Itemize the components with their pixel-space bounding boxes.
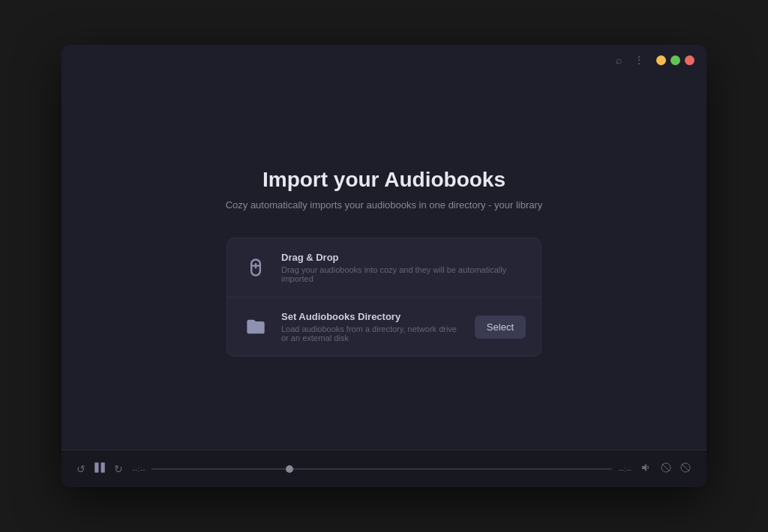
rewind-icon[interactable]: ↺: [76, 463, 86, 475]
set-directory-text: Set Audiobooks Directory Load audiobooks…: [281, 311, 463, 342]
svg-line-3: [662, 464, 670, 471]
set-directory-title: Set Audiobooks Directory: [281, 311, 463, 322]
drag-drop-option[interactable]: Drag & Drop Drag your audiobooks into co…: [227, 238, 541, 297]
play-icon[interactable]: [93, 461, 106, 477]
drag-drop-title: Drag & Drop: [281, 252, 526, 263]
app-window: ⌕ ⋮ Import your Audiobooks Cozy automati…: [62, 45, 706, 487]
volume-icon[interactable]: [640, 462, 652, 476]
svg-rect-1: [101, 462, 105, 473]
import-card: Drag & Drop Drag your audiobooks into co…: [226, 238, 542, 357]
player-time-left: --:--: [132, 465, 146, 474]
player-scrubber[interactable]: [152, 468, 613, 470]
player-right-controls: [640, 462, 692, 476]
close-button[interactable]: [685, 55, 694, 65]
player-time-right: --:--: [618, 465, 632, 474]
page-subtitle: Cozy automatically imports your audioboo…: [226, 199, 543, 211]
drag-drop-text: Drag & Drop Drag your audiobooks into co…: [281, 252, 526, 283]
window-controls: [656, 55, 694, 65]
content-area: Import your Audiobooks Cozy automaticall…: [62, 75, 706, 450]
set-directory-desc: Load audiobooks from a directory, networ…: [281, 324, 463, 342]
select-button[interactable]: Select: [475, 315, 526, 339]
no-sleep-icon[interactable]: [660, 462, 672, 476]
mouse-icon: [242, 254, 269, 281]
maximize-button[interactable]: [670, 55, 680, 65]
scrubber-thumb: [286, 465, 293, 473]
page-title: Import your Audiobooks: [262, 168, 506, 192]
player-left-controls: ↺ ↻: [76, 461, 123, 477]
titlebar: ⌕ ⋮: [62, 45, 706, 75]
search-icon[interactable]: ⌕: [613, 52, 625, 67]
player-bar: ↺ ↻ --:-- --:--: [62, 450, 706, 487]
svg-rect-0: [94, 462, 98, 473]
drag-drop-desc: Drag your audiobooks into cozy and they …: [281, 265, 526, 283]
forward-icon[interactable]: ↻: [114, 463, 123, 475]
minimize-button[interactable]: [656, 55, 666, 65]
player-center: --:-- --:--: [132, 465, 632, 474]
menu-icon[interactable]: ⋮: [631, 52, 647, 67]
set-directory-option: Set Audiobooks Directory Load audiobooks…: [227, 297, 541, 356]
folder-icon: [242, 313, 269, 340]
svg-line-5: [682, 464, 689, 471]
timer-icon[interactable]: [680, 462, 692, 476]
